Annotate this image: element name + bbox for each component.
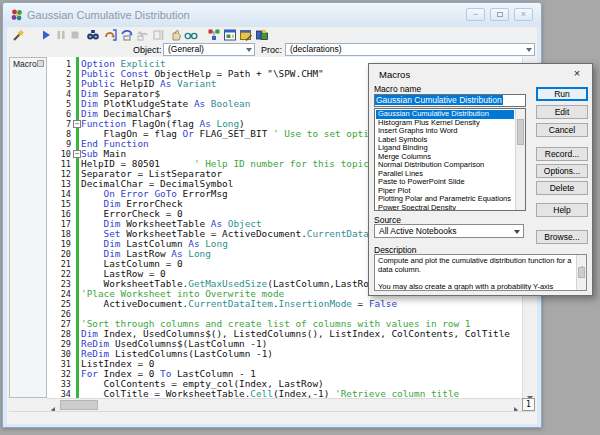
references-icon[interactable] [255,28,269,42]
code-line[interactable]: 25 ActiveDocument.CurrentDataItem.Insert… [47,299,525,309]
cancel-button[interactable]: Cancel [536,123,588,137]
line-number: 27 [47,319,72,329]
desc-scroll-thumb[interactable] [578,267,585,278]
status-bar [9,411,535,423]
line-number: 12 [47,169,72,179]
window-title: Gaussian Cumulative Distribution [27,9,190,21]
edit-userdialog-icon[interactable] [239,28,253,42]
horizontal-scrollbar[interactable] [47,398,522,411]
line-number: 28 [47,329,72,339]
find-icon[interactable] [86,28,100,42]
run-button[interactable]: Run [536,87,588,101]
line-number: 24 [47,289,72,299]
title-bar[interactable]: Gaussian Cumulative Distribution − × [3,3,541,27]
object-combobox[interactable]: (General) [163,43,255,56]
list-scroll-up-button[interactable] [516,109,526,118]
selected-text: Gaussian Cumulative Distribution [375,95,503,105]
maximize-icon [497,12,503,17]
line-number: 13 [47,179,72,189]
line-number: 17 [47,219,72,229]
step-into-icon[interactable] [104,28,118,42]
browse-button[interactable]: Browse... [536,230,588,244]
macro-list[interactable]: Gaussian Cumulative DistributionHistogra… [374,108,526,211]
dialog-close-icon[interactable]: × [570,67,584,81]
line-number: 10 [47,149,72,159]
list-scroll-down-button[interactable] [516,201,526,210]
proc-combobox[interactable]: (declarations) [285,43,535,56]
macro-list-item[interactable]: Histogram Plus Kernel Density [376,119,514,128]
line-number: 9 [47,139,72,149]
macro-list-item[interactable]: Paste to PowerPoint Slide [376,178,514,187]
delete-button[interactable]: Delete [536,181,588,195]
line-number: 2 [47,69,72,79]
step-to-cursor-icon[interactable] [152,28,166,42]
macro-name-input[interactable]: Gaussian Cumulative Distribution [374,94,526,107]
list-scroll-thumb[interactable] [517,119,524,145]
macro-list-item[interactable]: Normal Distribution Comparison [376,161,514,170]
chevron-down-icon [514,230,520,234]
macro-list-item[interactable]: Merge Columns [376,153,514,162]
line-number: 7 [47,119,72,129]
macro-list-item[interactable]: Plotting Polar and Parametric Equations [376,195,514,204]
line-number: 25 [47,299,72,309]
minimize-button[interactable]: − [466,8,485,21]
run-icon[interactable] [39,28,53,42]
step-over-icon[interactable] [120,28,134,42]
edit-button[interactable]: Edit [536,105,588,119]
line-number: 30 [47,349,72,359]
step-out-icon[interactable] [136,28,150,42]
toggle-breakpoint-icon[interactable] [169,28,183,42]
line-number: 15 [47,199,72,209]
description-scrollbar[interactable] [576,255,586,290]
macro-list-item[interactable]: Insert Graphs into Word [376,127,514,136]
close-button[interactable]: × [514,8,533,21]
fold-marker[interactable]: − [73,150,81,158]
scroll-down-button[interactable] [523,386,536,398]
list-scrollbar[interactable] [515,109,525,210]
chevron-down-icon [526,48,532,52]
macro-dock-panel[interactable]: Macro [9,57,47,398]
macro-wand-icon[interactable] [11,28,25,42]
macro-list-item[interactable]: Power Spectral Density [376,204,514,211]
dialog-editor-icon[interactable] [223,28,237,42]
maximize-button[interactable] [490,8,509,21]
app-icon [10,8,24,22]
scroll-left-button[interactable] [47,399,59,411]
line-number: 20 [47,249,72,259]
pause-icon[interactable] [54,28,68,42]
macros-dialog: Macros × Macro name Gaussian Cumulative … [368,63,593,296]
line-number: 26 [47,309,72,319]
quick-watch-icon[interactable] [184,28,198,42]
macro-list-item[interactable]: Gaussian Cumulative Distribution [376,110,514,119]
object-browser-icon[interactable] [207,28,221,42]
help-button[interactable]: Help [536,203,588,217]
line-number: 3 [47,79,72,89]
line-number: 5 [47,99,72,109]
object-proc-row: Object: (General) Proc: (declarations) [7,43,537,57]
macro-list-item[interactable]: Label Symbols [376,136,514,145]
macro-list-item[interactable]: Ligand Binding [376,144,514,153]
source-combobox[interactable]: All Active Notebooks [374,224,524,238]
desc-scroll-down-button[interactable] [577,281,587,290]
chevron-down-icon [246,48,252,52]
macro-list-item[interactable]: Parallel Lines [376,170,514,179]
line-number: 6 [47,109,72,119]
horizontal-scroll-thumb[interactable] [60,400,98,410]
fold-marker[interactable]: − [73,120,81,128]
line-number: 29 [47,339,72,349]
description-box: Compute and plot the cumulative distribu… [374,254,587,291]
desc-scroll-up-button[interactable] [577,255,587,264]
code-line[interactable]: 34 ColTitle = WorksheetTable.Cell(Index,… [47,389,525,398]
dialog-title: Macros [379,69,410,80]
line-number: 4 [47,89,72,99]
macro-list-item[interactable]: Piper Plot [376,187,514,196]
description-line: data column. [378,266,574,275]
macro-name-label: Macro name [374,84,421,94]
pane-indicator: 1 [522,398,535,411]
scroll-right-button[interactable] [510,399,522,411]
options-button[interactable]: Options... [536,164,588,178]
stop-icon[interactable] [68,28,82,42]
record-button[interactable]: Record... [536,147,588,161]
line-number: 14 [47,189,72,199]
dock-close-button[interactable] [37,60,44,67]
